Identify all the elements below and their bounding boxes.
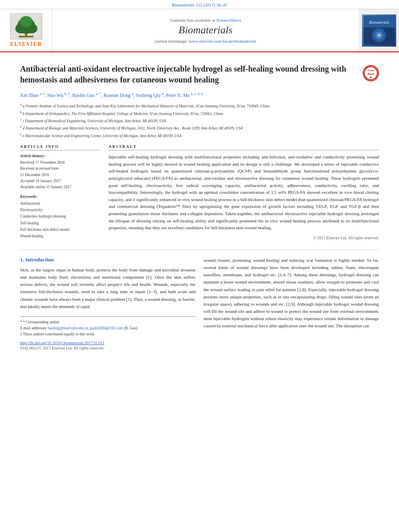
biomaterials-logo: Biomaterials — [362, 14, 396, 47]
article-title: Antibacterial anti-oxidant electroactive… — [20, 64, 379, 85]
journal-logo-right: Biomaterials — [359, 9, 399, 51]
doi-link[interactable]: http://dx.doi.org/10.1016/j.biomaterials… — [20, 341, 105, 345]
introduction-section: 1. Introduction Skin, as the largest org… — [20, 257, 379, 350]
issn-line: 0142-9612/© 2017 Elsevier Ltd. All right… — [20, 346, 195, 350]
affiliation-b: b b Department of Orthopaedics, The Firs… — [20, 110, 379, 117]
svg-text:Cross: Cross — [368, 69, 374, 72]
keyword-3: Conductive hydrogel dressing — [20, 213, 101, 220]
section-number: 1. — [20, 257, 25, 263]
history-group: Article history: Received 17 November 20… — [20, 154, 101, 190]
elsevier-wordmark: ELSEVIER — [10, 41, 42, 47]
corresponding-note: * * Corresponding author. — [20, 319, 195, 325]
journal-homepage: journal homepage: www.elsevier.com/locat… — [56, 39, 355, 43]
citation-text: Biomaterials 122 (2017) 34–47 — [172, 2, 227, 7]
section-title-text: Introduction — [25, 257, 54, 263]
article-info-column: ARTICLE INFO Article history: Received 1… — [20, 144, 101, 243]
journal-citation: Biomaterials 122 (2017) 34–47 — [0, 0, 399, 9]
introduction-right: wound closure, promoting wound healing a… — [204, 257, 379, 350]
received-revised-date: Received in revised form31 December 2016 — [20, 166, 101, 178]
affiliation-e: e e Macromolecular Science and Engineeri… — [20, 132, 379, 139]
introduction-left-text: Skin, as the largest organ in human body… — [20, 266, 195, 310]
abstract-column: ABSTRACT Injectable self-healing hydroge… — [109, 144, 379, 243]
article-info-abstract: ARTICLE INFO Article history: Received 1… — [20, 144, 379, 243]
keyword-6: Wound healing — [20, 233, 101, 239]
email-note: E-mail addresses: baoling@mail.xjtu.edu.… — [20, 325, 195, 331]
copyright-line: © 2017 Elsevier Ltd. All rights reserved… — [109, 236, 379, 240]
footnotes: * * Corresponding author. E-mail address… — [20, 316, 195, 338]
journal-header: ELSEVIER Contents lists available at Sci… — [0, 9, 399, 52]
received-date: Received 17 November 2016 — [20, 160, 101, 166]
svg-rect-2 — [19, 36, 33, 37]
article-title-section: Cross Mark Antibacterial anti-oxidant el… — [20, 64, 379, 85]
journal-info-center: Contents lists available at ScienceDirec… — [52, 9, 359, 51]
affiliation-c: c c Department of Biomedical Engineering… — [20, 117, 379, 124]
elsevier-logo: ELSEVIER — [10, 13, 42, 47]
publisher-logo-area: ELSEVIER — [0, 9, 52, 51]
article-info-label: ARTICLE INFO — [20, 144, 101, 150]
contents-line: Contents lists available at ScienceDirec… — [56, 18, 355, 23]
abstract-text: Injectable self-healing hydrogel dressin… — [109, 154, 379, 232]
keywords-label: Keywords: — [20, 194, 101, 199]
affiliations: a a Frontier Institute of Science and Te… — [20, 103, 379, 139]
email-link-1[interactable]: baoling@mail.xjtu.edu.cn — [48, 326, 88, 330]
svg-point-6 — [20, 16, 33, 27]
authors-line: Xin Zhao a, 1, Hao Wu b, 1, Baolin Guo a… — [20, 91, 379, 99]
sciencedirect-link[interactable]: ScienceDirect — [216, 18, 241, 23]
svg-text:Mark: Mark — [368, 72, 374, 75]
elsevier-tree-image — [10, 13, 42, 39]
crossmark-icon: Cross Mark — [363, 65, 379, 81]
svg-point-16 — [370, 77, 372, 78]
main-content: Cross Mark Antibacterial anti-oxidant el… — [0, 52, 399, 357]
keyword-4: Self-healing — [20, 220, 101, 226]
introduction-right-text: wound closure, promoting wound healing a… — [204, 257, 379, 329]
introduction-left: 1. Introduction Skin, as the largest org… — [20, 257, 195, 350]
accepted-date: Accepted 10 January 2017 — [20, 178, 101, 184]
section-divider — [20, 250, 379, 250]
homepage-link[interactable]: www.elsevier.com/locate/biomaterials — [189, 39, 257, 43]
keywords-list: Antibacterial Electroactivity Conductive… — [20, 200, 101, 239]
doi-line: http://dx.doi.org/10.1016/j.biomaterials… — [20, 341, 195, 345]
history-label: Article history: — [20, 154, 101, 158]
keywords-group: Keywords: Antibacterial Electroactivity … — [20, 194, 101, 239]
equal-contribution-note: 1 These authors contributed equally to t… — [20, 331, 195, 337]
available-date: Available online 11 January 2017 — [20, 184, 101, 190]
svg-point-12 — [377, 34, 380, 37]
keyword-5: Full thickness skin defect model — [20, 226, 101, 233]
affiliation-a: a a Frontier Institute of Science and Te… — [20, 103, 379, 109]
abstract-label: ABSTRACT — [109, 144, 379, 150]
introduction-heading: 1. Introduction — [20, 257, 195, 263]
keyword-2: Electroactivity — [20, 207, 101, 213]
keyword-1: Antibacterial — [20, 200, 101, 207]
svg-text:Biomaterials: Biomaterials — [369, 20, 389, 25]
crossmark-badge: Cross Mark — [363, 65, 379, 81]
email-link-2[interactable]: guobl2004@163.com — [90, 326, 123, 330]
affiliation-d: d d Department of Biologic and Materials… — [20, 125, 379, 131]
journal-title: Biomaterials — [56, 24, 355, 36]
